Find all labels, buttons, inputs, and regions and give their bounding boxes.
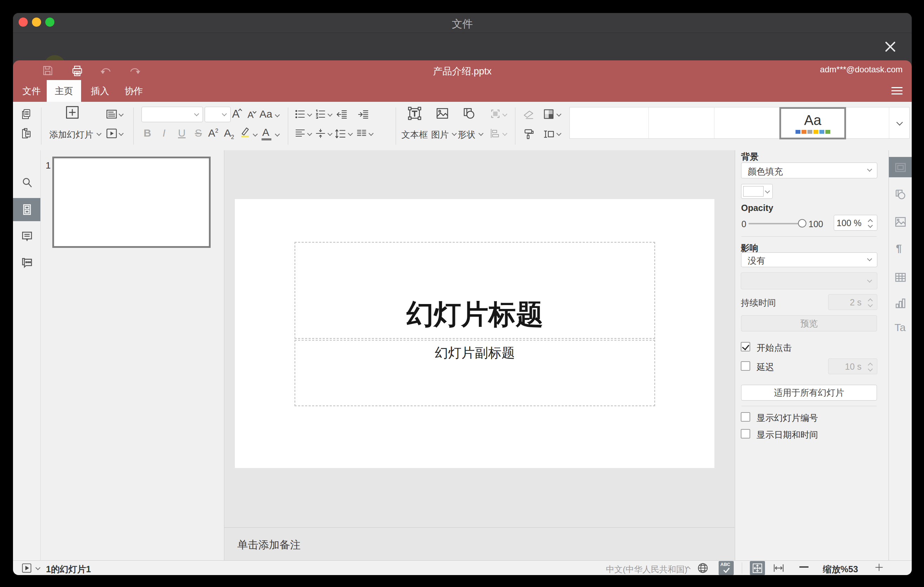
line-spacing-icon[interactable] — [334, 128, 346, 141]
chevron-down-icon[interactable] — [348, 131, 353, 136]
fit-slide-toggle[interactable] — [750, 561, 765, 575]
tab-insert[interactable]: 插入 — [85, 80, 115, 102]
chevron-down-icon[interactable] — [369, 131, 373, 136]
chevron-down-icon[interactable] — [328, 112, 332, 117]
increase-font-icon[interactable]: A — [232, 107, 242, 120]
text-box-button[interactable]: 文本框 — [396, 129, 433, 140]
decrease-indent-icon[interactable] — [336, 109, 348, 122]
start-on-click-checkbox[interactable] — [741, 342, 750, 351]
decrease-font-icon[interactable]: A — [248, 110, 256, 120]
numbered-list-icon[interactable] — [315, 109, 326, 121]
spellcheck-toggle[interactable]: ABC — [719, 561, 734, 575]
font-size-combo[interactable] — [205, 107, 231, 122]
strikethrough-icon[interactable]: S — [195, 127, 202, 139]
comments-icon[interactable] — [21, 230, 33, 244]
insert-shape-button[interactable]: 形状 — [455, 129, 478, 140]
tab-image-settings[interactable] — [894, 216, 907, 229]
font-name-combo[interactable] — [142, 107, 203, 122]
chevron-down-icon[interactable] — [328, 131, 332, 136]
opacity-spinner[interactable]: 100 % — [834, 215, 877, 231]
search-icon[interactable] — [21, 176, 33, 190]
chevron-down-icon[interactable] — [307, 131, 312, 136]
theme-slot[interactable] — [648, 107, 714, 139]
chevron-down-icon[interactable] — [556, 112, 561, 117]
tab-paragraph-settings[interactable]: ¶ — [896, 242, 902, 254]
insert-image-button[interactable]: 图片 — [429, 129, 451, 140]
subscript-icon[interactable]: A2 — [224, 127, 234, 140]
background-fill-select[interactable]: 颜色填充 — [741, 163, 877, 178]
close-icon[interactable] — [883, 39, 898, 54]
fit-width-toggle[interactable] — [773, 562, 785, 575]
menu-hamburger-icon[interactable] — [891, 85, 903, 97]
tab-chart-settings[interactable] — [894, 297, 907, 311]
apply-to-all-slides-button[interactable]: 适用于所有幻灯片 — [741, 385, 877, 401]
insert-shape-icon[interactable] — [462, 106, 476, 122]
opacity-slider-knob[interactable] — [798, 219, 807, 228]
vertical-align-icon[interactable] — [315, 128, 326, 140]
font-color-icon[interactable]: A — [262, 126, 269, 139]
tab-collaboration[interactable]: 协作 — [119, 80, 149, 102]
document-language-icon[interactable] — [697, 562, 709, 575]
chevron-down-icon[interactable] — [119, 112, 124, 117]
chevron-down-icon[interactable] — [502, 112, 507, 117]
zoom-out-button[interactable] — [799, 566, 808, 568]
theme-slot[interactable] — [570, 107, 649, 139]
italic-icon[interactable]: I — [163, 127, 165, 139]
add-slide-button[interactable]: 添加幻灯片 — [47, 129, 96, 140]
background-color-swatch[interactable] — [741, 184, 773, 199]
theme-colors-icon[interactable] — [543, 108, 555, 122]
slide-layout-icon[interactable] — [105, 108, 118, 122]
notes-divider[interactable] — [224, 527, 734, 528]
opacity-slider-track[interactable] — [749, 223, 799, 224]
tab-home[interactable]: 主页 — [47, 80, 81, 102]
arrange-shape-icon[interactable] — [489, 108, 501, 121]
chevron-down-icon[interactable] — [502, 131, 507, 136]
slide-canvas[interactable]: 幻灯片标题 幻灯片副标题 — [235, 199, 714, 468]
delay-checkbox[interactable] — [741, 361, 750, 371]
text-box-icon[interactable] — [408, 106, 422, 122]
horizontal-align-icon[interactable] — [295, 128, 306, 140]
columns-icon[interactable] — [356, 128, 367, 140]
show-date-time-checkbox[interactable] — [741, 429, 750, 439]
chevron-down-icon[interactable] — [307, 112, 312, 117]
underline-icon[interactable]: U — [178, 127, 186, 139]
bold-icon[interactable]: B — [144, 127, 151, 139]
tab-shape-settings[interactable] — [894, 188, 907, 202]
delay-spinner[interactable]: 10 s — [828, 358, 877, 374]
start-preview-icon[interactable] — [21, 563, 32, 575]
theme-selected[interactable]: Aa — [779, 107, 846, 139]
chevron-down-icon[interactable] — [253, 132, 258, 137]
increase-indent-icon[interactable] — [357, 109, 369, 122]
eraser-icon[interactable] — [523, 109, 535, 122]
align-shape-icon[interactable] — [489, 128, 501, 140]
title-placeholder[interactable]: 幻灯片标题 — [295, 242, 655, 339]
zoom-in-button[interactable] — [874, 562, 884, 574]
change-case-icon[interactable]: Aa — [259, 108, 272, 120]
highlight-color-icon[interactable] — [239, 126, 251, 139]
bullet-list-icon[interactable] — [295, 109, 306, 121]
theme-slot[interactable] — [846, 107, 889, 139]
chevron-down-icon[interactable] — [478, 131, 483, 136]
chevron-down-icon[interactable] — [35, 565, 40, 570]
effect-type-select[interactable] — [741, 272, 877, 289]
duration-spinner[interactable]: 2 s — [828, 294, 877, 310]
theme-slot[interactable] — [714, 107, 780, 139]
chat-icon[interactable] — [21, 257, 33, 270]
chevron-down-icon[interactable] — [275, 132, 280, 137]
notes-input[interactable]: 单击添加备注 — [237, 538, 300, 552]
paste-icon[interactable] — [21, 128, 32, 140]
tab-table-settings[interactable] — [894, 271, 907, 285]
tab-file[interactable]: 文件 — [16, 80, 47, 102]
add-slide-icon[interactable] — [64, 105, 80, 122]
superscript-icon[interactable]: A2 — [208, 127, 218, 139]
slide-thumbnail[interactable] — [52, 157, 211, 248]
show-slide-number-checkbox[interactable] — [741, 412, 750, 422]
chevron-down-icon[interactable] — [119, 131, 124, 136]
chevron-down-icon[interactable] — [97, 131, 101, 136]
slide-size-icon[interactable] — [543, 128, 555, 142]
subtitle-placeholder[interactable]: 幻灯片副标题 — [295, 340, 655, 406]
tab-textart-settings[interactable]: Ta — [894, 322, 906, 333]
chevron-down-icon[interactable] — [556, 131, 561, 136]
sidebar-item-slides[interactable] — [13, 198, 40, 221]
preview-button[interactable]: 预览 — [741, 315, 877, 331]
